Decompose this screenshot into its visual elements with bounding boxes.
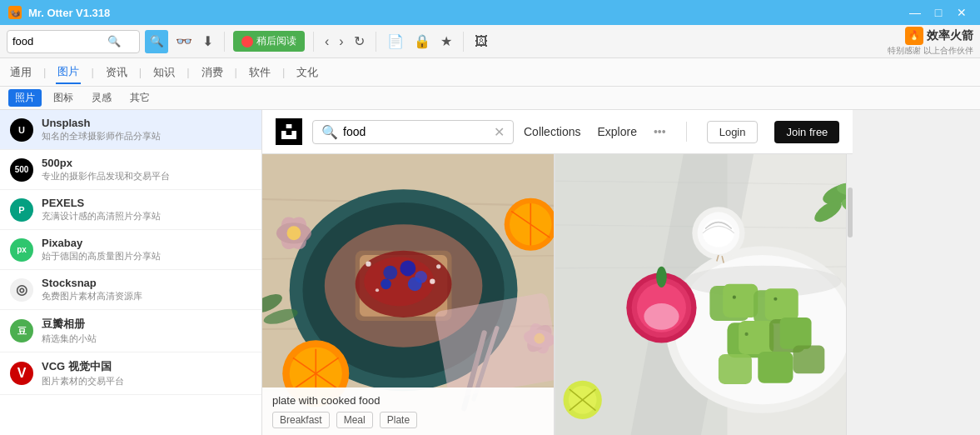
scrollbar-thumb[interactable] — [848, 188, 853, 238]
tag-meal[interactable]: Meal — [336, 412, 373, 428]
unsplash-content: 🔍 ✕ Collections Explore ••• Login Join f… — [262, 110, 853, 435]
sidebar-item-500px[interactable]: 500 500px 专业的摄影作品发现和交易平台 — [0, 150, 261, 190]
sidebar-item-pexels[interactable]: P PEXELS 充满设计感的高清照片分享站 — [0, 190, 261, 230]
header-separator — [686, 122, 687, 142]
branding: 🔥 效率火箭 特别感谢 以上合作伙伴 — [888, 27, 973, 57]
svg-point-15 — [400, 260, 415, 276]
svg-point-66 — [774, 298, 777, 301]
main-search-input[interactable] — [12, 35, 104, 48]
toolbar: 🔍 🔍 👓 ⬇ 稍后阅读 ‹ › ↻ 📄 🔒 ★ 🖼 🔥 效率火箭 特别感谢 以… — [0, 25, 980, 58]
unsplash-name: Unsplash — [42, 117, 161, 129]
maximize-button[interactable]: □ — [928, 4, 948, 21]
star-icon-button[interactable]: ★ — [438, 31, 455, 52]
nav-tab-shopping[interactable]: 消费 — [200, 62, 225, 83]
svg-point-14 — [383, 266, 397, 280]
unsplash-search-bar[interactable]: 🔍 ✕ — [312, 120, 514, 144]
sub-tab-others[interactable]: 其它 — [123, 89, 157, 107]
separator-2 — [313, 32, 314, 52]
main-search-box[interactable]: 🔍 — [7, 30, 140, 53]
title-bar-left: 🦦 Mr. Otter V1.318 — [8, 6, 110, 19]
read-later-button[interactable]: 稍后阅读 — [233, 31, 305, 52]
unsplash-header: 🔍 ✕ Collections Explore ••• Login Join f… — [262, 110, 853, 154]
unsplash-search-input[interactable] — [343, 125, 489, 138]
nav-tab-knowledge[interactable]: 知识 — [152, 62, 177, 83]
nav-tab-general[interactable]: 通用 — [8, 62, 33, 83]
unsplash-nav: Collections Explore ••• Login Join free — [524, 121, 839, 143]
vcg-name: VCG 视觉中国 — [42, 359, 124, 374]
explore-link[interactable]: Explore — [597, 125, 636, 138]
search-button[interactable]: 🔍 — [145, 30, 168, 53]
minimize-button[interactable]: — — [905, 4, 925, 21]
image-1-tags: Breakfast Meal Plate — [272, 412, 544, 428]
stocksnap-desc: 免费图片素材高清资源库 — [42, 290, 142, 302]
500px-logo: 500 — [10, 158, 33, 182]
douban-logo: 豆 — [10, 319, 33, 342]
sidebar-item-stocksnap[interactable]: ◎ Stocksnap 免费图片素材高清资源库 — [0, 270, 261, 310]
pexels-logo: P — [10, 198, 33, 222]
glasses-icon-button[interactable]: 👓 — [173, 31, 195, 52]
stocksnap-logo: ◎ — [10, 278, 33, 302]
join-button[interactable]: Join free — [774, 121, 839, 143]
sub-tab-inspiration[interactable]: 灵感 — [85, 89, 118, 107]
image-col-2 — [555, 154, 847, 435]
nav-forward-button[interactable]: › — [336, 32, 346, 52]
branding-title-text: 效率火箭 — [927, 28, 973, 43]
glasses-icon: 👓 — [176, 33, 192, 49]
svg-point-75 — [703, 219, 734, 248]
nav-back-button[interactable]: ‹ — [322, 32, 331, 52]
sub-tabs: 照片 图标 灵感 其它 — [0, 87, 980, 110]
nav-tabs: 通用 | 图片 | 资讯 | 知识 | 消费 | 软件 | 文化 — [0, 58, 980, 87]
douban-desc: 精选集的小站 — [42, 332, 97, 345]
page-icon-button[interactable]: 📄 — [385, 31, 406, 52]
close-button[interactable]: ✕ — [952, 4, 972, 21]
image-icon: 🖼 — [475, 34, 488, 49]
sub-tab-photos[interactable]: 照片 — [8, 89, 42, 107]
unsplash-search-icon: 🔍 — [321, 124, 338, 140]
download-button[interactable]: ⬇ — [200, 31, 216, 52]
unsplash-clear-icon[interactable]: ✕ — [494, 124, 505, 140]
sidebar-item-pixabay[interactable]: px Pixabay 始于德国的高质量图片分享站 — [0, 230, 261, 270]
pixabay-logo: px — [10, 238, 33, 262]
tag-breakfast[interactable]: Breakfast — [272, 412, 330, 428]
sidebar-item-vcg[interactable]: V VCG 视觉中国 图片素材的交易平台 — [0, 352, 261, 395]
nav-tab-software[interactable]: 软件 — [247, 62, 272, 83]
unsplash-brand-logo — [276, 118, 302, 145]
svg-point-18 — [408, 277, 422, 291]
svg-point-22 — [376, 288, 379, 292]
collections-link[interactable]: Collections — [524, 125, 580, 138]
image-icon-button[interactable]: 🖼 — [472, 32, 490, 52]
branding-subtitle: 特别感谢 以上合作伙伴 — [888, 45, 973, 57]
lock-icon-button[interactable]: 🔒 — [411, 31, 433, 52]
separator-4 — [463, 32, 464, 52]
svg-rect-63 — [758, 352, 793, 383]
scrollbar-track[interactable] — [846, 154, 853, 435]
nav-tab-news[interactable]: 资讯 — [104, 62, 129, 83]
pexels-name: PEXELS — [42, 197, 161, 209]
vcg-logo: V — [10, 362, 33, 385]
pixabay-desc: 始于德国的高质量图片分享站 — [42, 250, 161, 262]
image-1-caption: plate with cooked food Breakfast Meal Pl… — [262, 388, 554, 435]
svg-point-71 — [644, 303, 679, 330]
read-later-label: 稍后阅读 — [256, 34, 296, 48]
sidebar-item-unsplash[interactable]: U Unsplash 知名的全球摄影师作品分享站 — [0, 110, 261, 150]
window-controls: — □ ✕ — [905, 4, 972, 21]
more-menu[interactable]: ••• — [654, 125, 666, 138]
star-icon: ★ — [440, 33, 452, 49]
svg-point-21 — [430, 279, 435, 284]
sidebar-item-douban[interactable]: 豆 豆瓣相册 精选集的小站 — [0, 310, 261, 352]
image-1-title: plate with cooked food — [272, 394, 544, 407]
nav-tab-culture[interactable]: 文化 — [295, 62, 320, 83]
vcg-desc: 图片素材的交易平台 — [42, 375, 124, 388]
nav-tab-images[interactable]: 图片 — [56, 61, 81, 84]
pixabay-name: Pixabay — [42, 237, 161, 249]
app-icon: 🦦 — [8, 6, 22, 19]
refresh-button[interactable]: ↻ — [351, 31, 367, 52]
svg-rect-57 — [764, 288, 798, 320]
download-icon: ⬇ — [202, 33, 213, 49]
sub-tab-icons[interactable]: 图标 — [47, 89, 80, 107]
login-button[interactable]: Login — [707, 121, 759, 143]
svg-rect-64 — [793, 346, 824, 374]
lock-icon: 🔒 — [414, 33, 430, 49]
tag-plate[interactable]: Plate — [380, 412, 417, 428]
svg-point-67 — [744, 332, 748, 336]
